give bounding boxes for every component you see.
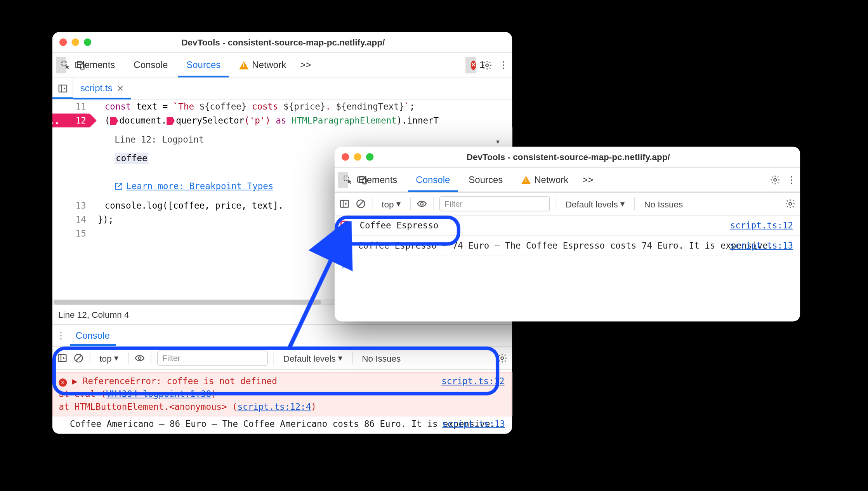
log-text: Coffee Americano – 86 Euro – The Coffee … bbox=[70, 419, 496, 429]
chevron-down-icon: ▾ bbox=[620, 198, 625, 209]
show-navigator-icon[interactable] bbox=[52, 77, 73, 99]
console-output: ✕ ▶ ReferenceError: coffee is not define… bbox=[52, 370, 512, 434]
tab-network-label: Network bbox=[534, 174, 568, 185]
console-error-row[interactable]: ✕ ▶ ReferenceError: coffee is not define… bbox=[52, 372, 512, 416]
context-label: top bbox=[99, 353, 111, 363]
tab-sources[interactable]: Sources bbox=[178, 53, 229, 77]
line-number-breakpoint[interactable]: ••12 bbox=[52, 113, 93, 127]
main-tabs: Elements Console Sources Network >> ✕ 1 … bbox=[52, 53, 512, 77]
svg-rect-4 bbox=[59, 85, 66, 92]
tab-console[interactable]: Console bbox=[125, 53, 176, 77]
console-prompt-icon[interactable]: › bbox=[335, 256, 800, 276]
chevron-down-icon: ▾ bbox=[396, 198, 401, 209]
chevron-down-icon: ▾ bbox=[114, 353, 119, 363]
svg-point-11 bbox=[501, 357, 503, 360]
inline-breakpoint-icon[interactable] bbox=[110, 117, 118, 125]
cursor-position: Line 12, Column 4 bbox=[58, 310, 129, 319]
svg-rect-6 bbox=[58, 355, 66, 362]
context-selector[interactable]: top ▾ bbox=[96, 353, 122, 363]
stack-link-script[interactable]: script.ts:12:4 bbox=[238, 402, 311, 412]
console-settings-gear-icon[interactable] bbox=[497, 353, 507, 363]
filter-input[interactable]: Filter bbox=[439, 196, 550, 211]
error-badge[interactable]: ✕ 1 bbox=[465, 57, 476, 73]
close-window-button[interactable] bbox=[59, 38, 67, 46]
context-selector[interactable]: top ▾ bbox=[378, 198, 404, 209]
logpoint-type-dropdown-icon[interactable]: ▾ bbox=[495, 134, 506, 145]
kebab-menu-icon[interactable]: ⋮ bbox=[498, 60, 509, 70]
console-toolbar: top ▾ Filter Default levels ▾ No Issues bbox=[52, 346, 512, 370]
toggle-sidebar-icon[interactable] bbox=[57, 353, 68, 363]
svg-rect-16 bbox=[340, 200, 348, 207]
stack-link-vm[interactable]: VM4394 logpoint:1:38 bbox=[106, 389, 211, 399]
tabs-overflow[interactable]: >> bbox=[297, 53, 314, 77]
console-settings-gear-icon[interactable] bbox=[785, 198, 795, 209]
live-expression-icon[interactable] bbox=[134, 353, 145, 363]
close-window-button[interactable] bbox=[342, 153, 349, 160]
settings-gear-icon[interactable] bbox=[770, 174, 780, 185]
tab-network[interactable]: Network bbox=[231, 53, 294, 77]
code-line-11: const text = `The ${coffee} costs ${pric… bbox=[93, 99, 415, 113]
line-number[interactable]: 15 bbox=[52, 226, 93, 240]
tabs-overflow[interactable]: >> bbox=[579, 167, 597, 192]
main-tabs: Elements Console Sources Network >> ⋮ bbox=[335, 168, 800, 192]
tab-elements[interactable]: Elements bbox=[350, 167, 405, 192]
tab-console[interactable]: Console bbox=[408, 167, 458, 192]
log-levels-label: Default levels bbox=[566, 199, 618, 209]
minimize-window-button[interactable] bbox=[354, 153, 361, 160]
expand-icon[interactable]: ▶ bbox=[72, 375, 78, 388]
svg-line-19 bbox=[358, 201, 363, 206]
console-logpoint-row[interactable]: Coffee Espresso script.ts:12 bbox=[335, 216, 800, 236]
error-icon: ✕ bbox=[59, 378, 67, 387]
chevron-down-icon: ▾ bbox=[338, 353, 343, 363]
log-levels-selector[interactable]: Default levels ▾ bbox=[280, 353, 346, 363]
log-text: Coffee Espresso – 74 Euro – The Coffee E… bbox=[358, 240, 773, 251]
error-message: ReferenceError: coffee is not defined bbox=[83, 376, 277, 387]
live-expression-icon[interactable] bbox=[417, 198, 427, 209]
titlebar: DevTools - consistent-source-map-pc.netl… bbox=[335, 147, 800, 168]
tab-network-label: Network bbox=[252, 60, 286, 70]
log-source-link[interactable]: script.ts:13 bbox=[730, 239, 793, 252]
zoom-window-button[interactable] bbox=[84, 38, 91, 46]
minimize-window-button[interactable] bbox=[71, 38, 79, 46]
clear-console-icon[interactable] bbox=[73, 353, 84, 363]
warning-icon bbox=[239, 61, 248, 69]
tab-elements[interactable]: Elements bbox=[68, 53, 123, 77]
settings-gear-icon[interactable] bbox=[482, 60, 492, 70]
drawer-tab-console[interactable]: Console bbox=[70, 326, 116, 346]
issues-label[interactable]: No Issues bbox=[358, 353, 404, 363]
log-source-link[interactable]: script.ts:13 bbox=[442, 418, 505, 430]
tab-network[interactable]: Network bbox=[513, 167, 576, 192]
filter-placeholder: Filter bbox=[162, 353, 181, 363]
close-tab-icon[interactable]: ✕ bbox=[117, 84, 124, 93]
line-number[interactable]: 14 bbox=[52, 212, 93, 226]
svg-rect-0 bbox=[62, 61, 66, 65]
inline-breakpoint-icon[interactable] bbox=[167, 117, 175, 125]
svg-point-15 bbox=[774, 178, 776, 181]
svg-point-21 bbox=[789, 202, 792, 205]
console-log-row[interactable]: Coffee Americano – 86 Euro – The Coffee … bbox=[52, 416, 512, 432]
file-tab-script-ts[interactable]: script.ts ✕ bbox=[73, 77, 131, 99]
toggle-sidebar-icon[interactable] bbox=[339, 198, 350, 209]
zoom-window-button[interactable] bbox=[366, 153, 373, 160]
warning-icon bbox=[521, 176, 531, 184]
line-number[interactable]: 11 bbox=[52, 99, 93, 113]
error-source-link[interactable]: script.ts:12 bbox=[441, 375, 504, 388]
logpoint-source-link[interactable]: script.ts:12 bbox=[730, 219, 793, 232]
devtools-window-2: DevTools - consistent-source-map-pc.netl… bbox=[335, 147, 800, 322]
error-icon: ✕ bbox=[471, 60, 476, 70]
console-output: Coffee Espresso script.ts:12 Coffee Espr… bbox=[335, 216, 800, 276]
issues-label[interactable]: No Issues bbox=[641, 199, 686, 209]
console-log-row[interactable]: Coffee Espresso – 74 Euro – The Coffee E… bbox=[335, 236, 800, 256]
filter-input[interactable]: Filter bbox=[157, 350, 268, 366]
kebab-menu-icon[interactable]: ⋮ bbox=[786, 174, 797, 185]
logpoint-text: Coffee Espresso bbox=[359, 220, 438, 231]
tab-sources[interactable]: Sources bbox=[460, 167, 511, 192]
log-levels-selector[interactable]: Default levels ▾ bbox=[562, 198, 628, 209]
scrollbar-thumb[interactable] bbox=[54, 300, 321, 305]
svg-rect-12 bbox=[344, 176, 348, 180]
drawer-menu-icon[interactable]: ⋮ bbox=[52, 330, 70, 341]
logpoint-learn-text: Learn more: Breakpoint Types bbox=[126, 179, 273, 193]
clear-console-icon[interactable] bbox=[356, 198, 366, 209]
file-tab-name: script.ts bbox=[80, 83, 113, 94]
line-number[interactable]: 13 bbox=[52, 198, 93, 212]
